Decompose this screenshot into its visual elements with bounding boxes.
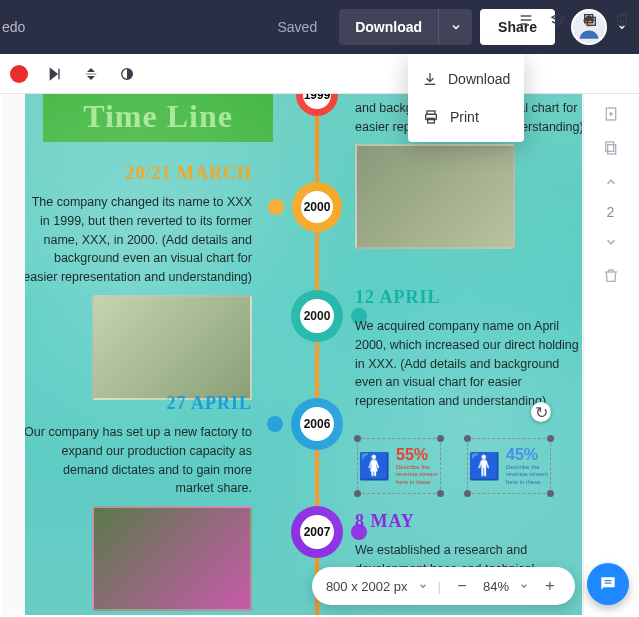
- svg-marker-7: [87, 68, 95, 72]
- chat-fab[interactable]: [587, 563, 629, 605]
- section-heading: 12 APRIL: [355, 284, 582, 311]
- dropdown-item-print[interactable]: Print: [408, 98, 524, 136]
- svg-rect-20: [607, 145, 615, 154]
- separator: |: [438, 579, 441, 594]
- stat-percent: 45%: [506, 446, 550, 464]
- year-label: 2007: [304, 525, 331, 539]
- brand-fragment: edo: [2, 19, 25, 35]
- timeline-node-1999[interactable]: 1999: [296, 94, 338, 116]
- tool-bar: [0, 54, 639, 94]
- section-heading: 20/21 MARCH: [25, 160, 252, 187]
- stat-box-55[interactable]: 🚺 55% Describe the revenue stream here i…: [357, 438, 441, 494]
- download-caret-button[interactable]: [438, 9, 472, 45]
- record-icon[interactable]: [10, 65, 28, 83]
- saved-status: Saved: [277, 19, 317, 35]
- section-body: We acquired company name on April 2000, …: [355, 317, 582, 411]
- svg-rect-21: [605, 142, 613, 151]
- layers-icon[interactable]: [549, 11, 567, 29]
- trash-page-icon[interactable]: [599, 264, 623, 288]
- svg-rect-16: [585, 15, 593, 23]
- download-dropdown: Download Print: [408, 54, 524, 142]
- person-female-icon: 🚺: [358, 451, 390, 482]
- dropdown-item-download[interactable]: Download: [408, 60, 524, 98]
- year-label: 1999: [304, 94, 331, 102]
- contrast-icon[interactable]: [118, 65, 136, 83]
- duplicate-icon[interactable]: [581, 11, 599, 29]
- section-body: The company changed its name to XXX in 1…: [25, 193, 252, 287]
- align-icon[interactable]: [517, 11, 535, 29]
- poster-title-box[interactable]: Time Line: [43, 94, 273, 142]
- chevron-down-icon[interactable]: [418, 581, 428, 591]
- copy-page-icon[interactable]: [599, 136, 623, 160]
- timeline-node-2006[interactable]: 2006: [291, 398, 343, 450]
- timeline-node-2000b[interactable]: 2000: [291, 290, 343, 342]
- right-rail: 2: [583, 94, 637, 615]
- dropdown-item-download-label: Download: [448, 71, 510, 87]
- person-male-icon: 🚹: [468, 451, 500, 482]
- timeline-spine: [315, 94, 319, 615]
- year-label: 2000: [304, 309, 331, 323]
- trash-icon[interactable]: [613, 11, 631, 29]
- canvas-dimensions[interactable]: 800 x 2002 px: [326, 579, 408, 594]
- zoom-in-button[interactable]: +: [539, 575, 561, 597]
- year-label: 2000: [304, 200, 331, 214]
- zoom-out-button[interactable]: −: [451, 575, 473, 597]
- stat-box-45[interactable]: 🚹 45% Describe the revenue stream here i…: [467, 438, 551, 494]
- workspace: Time Line 1999 2000 2000 2006 2007: [2, 94, 637, 615]
- section-2021march[interactable]: 20/21 MARCH The company changed its name…: [25, 160, 252, 400]
- zoom-level[interactable]: 84%: [483, 579, 509, 594]
- svg-marker-14: [552, 14, 564, 21]
- image-placeholder[interactable]: [355, 144, 515, 249]
- download-button-group: Download: [339, 9, 472, 45]
- page-number: 2: [607, 204, 615, 220]
- section-heading: 27 APRIL: [25, 390, 252, 417]
- poster-document[interactable]: Time Line 1999 2000 2000 2006 2007: [25, 94, 582, 615]
- svg-marker-5: [50, 68, 57, 79]
- skip-icon[interactable]: [46, 65, 64, 83]
- flip-vertical-icon[interactable]: [82, 65, 100, 83]
- print-icon: [422, 108, 440, 126]
- zoom-bar: 800 x 2002 px | − 84% +: [312, 567, 575, 605]
- add-page-icon[interactable]: [599, 102, 623, 126]
- image-placeholder[interactable]: [92, 295, 252, 400]
- rotate-handle[interactable]: ↻: [531, 402, 551, 422]
- timeline-node-2000a[interactable]: 2000: [292, 182, 342, 232]
- dropdown-item-print-label: Print: [450, 109, 479, 125]
- svg-rect-15: [587, 17, 595, 25]
- section-12april[interactable]: 12 APRIL We acquired company name on Apr…: [355, 284, 582, 411]
- stat-sub: Describe the revenue stream here in thes…: [396, 464, 440, 486]
- image-placeholder[interactable]: [92, 506, 252, 611]
- download-button[interactable]: Download: [339, 9, 438, 45]
- toolbar-right: [517, 0, 631, 40]
- poster-title: Time Line: [83, 98, 233, 135]
- stats-selection-group[interactable]: ↻ 🚺 55% Describe the revenue stream here…: [357, 430, 575, 500]
- download-icon: [422, 70, 438, 88]
- year-label: 2006: [304, 417, 331, 431]
- chat-icon: [598, 574, 618, 594]
- section-heading: 8 MAY: [355, 508, 582, 535]
- chevron-down-icon[interactable]: [519, 581, 529, 591]
- svg-marker-8: [87, 76, 95, 80]
- page-up-icon[interactable]: [599, 170, 623, 194]
- section-body: Our company has set up a new factory to …: [25, 423, 252, 498]
- stat-percent: 55%: [396, 446, 440, 464]
- canvas-area[interactable]: Time Line 1999 2000 2000 2006 2007: [2, 94, 583, 615]
- chevron-down-icon: [450, 21, 462, 33]
- stat-sub: Describe the revenue stream here in thes…: [506, 464, 550, 486]
- page-down-icon[interactable]: [599, 230, 623, 254]
- timeline-node-2007[interactable]: 2007: [291, 506, 343, 558]
- section-27april[interactable]: 27 APRIL Our company has set up a new fa…: [25, 390, 252, 611]
